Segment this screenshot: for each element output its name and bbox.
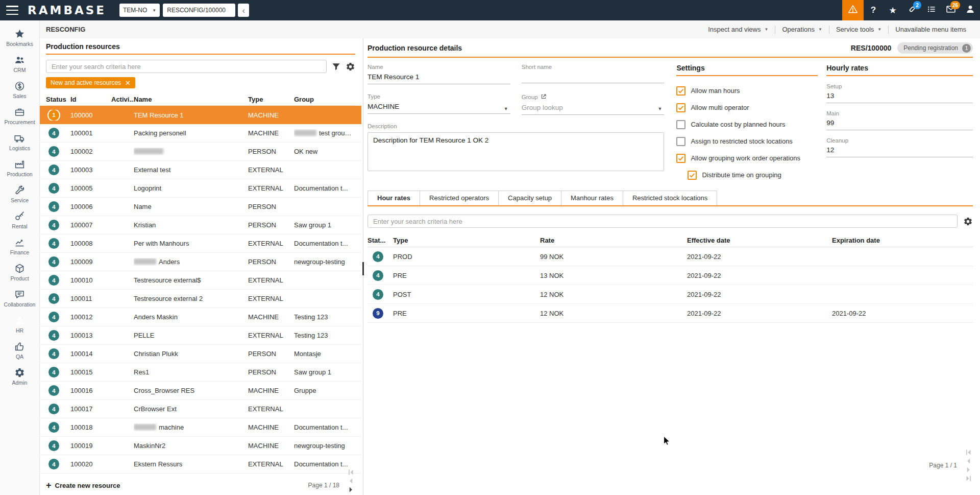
- col-group[interactable]: Group: [294, 96, 355, 103]
- links-button[interactable]: 2: [902, 0, 922, 20]
- sidebar-item-product[interactable]: Product: [0, 259, 39, 285]
- rate-row-4[interactable]: 9PRE12 NOK2021-09-222021-09-22: [368, 304, 973, 323]
- warning-button[interactable]: [842, 0, 864, 20]
- sidebar-item-service[interactable]: Service: [0, 181, 39, 207]
- checkbox-distribute-time-on-grouping[interactable]: Distribute time on grouping: [688, 167, 818, 183]
- sidebar-item-production[interactable]: Production: [0, 155, 39, 181]
- sidebar-item-collaboration[interactable]: Collaboration: [0, 285, 39, 311]
- resource-row-100009[interactable]: 4100009AndersPERSONnewgroup-testing: [40, 253, 361, 271]
- tab-restricted-stock-locations[interactable]: Restricted stock locations: [623, 191, 717, 205]
- resource-row-100014[interactable]: 4100014Christian PlukkPERSONMontasje: [40, 345, 361, 363]
- menu-operations[interactable]: Operations▼: [775, 26, 829, 33]
- help-button[interactable]: ?: [864, 0, 883, 20]
- col-id[interactable]: Id: [70, 96, 111, 103]
- tab-capacity-setup[interactable]: Capacity setup: [498, 191, 561, 205]
- col-status[interactable]: Stat...: [368, 237, 393, 244]
- resource-row-100013[interactable]: 4100013PELLEEXTERNALTesting 123: [40, 326, 361, 345]
- menu-service-tools[interactable]: Service tools▼: [829, 26, 888, 33]
- hamburger-menu-icon[interactable]: [6, 6, 18, 15]
- resource-row-100008[interactable]: 4100008Per with ManhoursEXTERNALDocument…: [40, 234, 361, 253]
- gear-icon[interactable]: [963, 217, 973, 226]
- col-expiration-date[interactable]: Expiration date: [832, 237, 973, 244]
- close-icon[interactable]: ✕: [125, 79, 131, 87]
- resource-row-100007[interactable]: 4100007KristianPERSONSaw group 1: [40, 216, 361, 234]
- resource-row-100018[interactable]: 4100018machineMACHINEDocumentation t...: [40, 418, 361, 437]
- filter-icon[interactable]: [331, 62, 341, 72]
- rate-row-1[interactable]: 4PROD99 NOK2021-09-22: [368, 247, 973, 266]
- description-textarea[interactable]: Description for TEM Resource 1 OK 2: [368, 132, 664, 171]
- checkbox-assign-to-restricted-stock-locations[interactable]: Assign to restricted stock locations: [676, 133, 818, 150]
- col-rate[interactable]: Rate: [540, 237, 687, 244]
- messages-button[interactable]: 26: [941, 0, 961, 20]
- sidebar-item-bookmarks[interactable]: Bookmarks: [0, 25, 39, 51]
- resource-row-100005[interactable]: 4100005LogoprintEXTERNALDocumentation t.…: [40, 179, 361, 198]
- sidebar-item-admin[interactable]: Admin: [0, 363, 39, 389]
- checkbox-allow-grouping-work-order-operations[interactable]: Allow grouping work order operations: [676, 150, 818, 167]
- module-select[interactable]: TEM-NO ▼: [119, 4, 160, 17]
- global-search-input[interactable]: [163, 4, 235, 17]
- back-button[interactable]: ‹: [238, 4, 249, 17]
- page-next-button[interactable]: [347, 485, 355, 494]
- sidebar-item-crm[interactable]: CRM: [0, 51, 39, 77]
- resource-row-100000[interactable]: 1100000TEM Resource 1MACHINE: [40, 106, 361, 124]
- checkbox-allow-multi-operator[interactable]: Allow multi operator: [676, 99, 818, 116]
- cleanup-rate-field[interactable]: Cleanup12: [826, 137, 973, 157]
- create-new-resource-button[interactable]: + Create new resource: [46, 481, 120, 490]
- group-field[interactable]: Group Group lookup ▼: [522, 93, 665, 115]
- name-field[interactable]: Name TEM Resource 1: [368, 64, 510, 84]
- resource-row-100015[interactable]: 4100015Res1PERSONSaw group 1: [40, 363, 361, 382]
- checkbox-allow-man-hours[interactable]: Allow man hours: [676, 82, 818, 99]
- open-lookup-icon[interactable]: [541, 93, 547, 101]
- col-type[interactable]: Type: [393, 237, 540, 244]
- resource-search-input[interactable]: [46, 60, 327, 73]
- resource-row-100002[interactable]: 4100002PERSONOK new: [40, 143, 361, 161]
- sidebar-item-logistics[interactable]: Logistics: [0, 129, 39, 155]
- col-name[interactable]: Name: [134, 96, 248, 103]
- panel-resize-handle[interactable]: [362, 262, 364, 275]
- menu-inspect-and-views[interactable]: Inspect and views▼: [701, 26, 775, 33]
- user-button[interactable]: [961, 0, 980, 20]
- resource-row-100011[interactable]: 4100011Testresource external 2EXTERNAL: [40, 290, 361, 308]
- sidebar-item-hr[interactable]: HR: [0, 311, 39, 337]
- resource-id: 100020: [70, 460, 111, 468]
- resource-row-100017[interactable]: 4100017CrBrowser ExtEXTERNAL: [40, 400, 361, 418]
- sidebar-item-qa[interactable]: QA: [0, 337, 39, 363]
- col-activity[interactable]: Activi...: [111, 96, 134, 103]
- resource-name: MaskinNr2: [134, 442, 248, 450]
- type-field[interactable]: Type MACHINE ▼: [368, 93, 510, 115]
- resource-row-100003[interactable]: 4100003External testEXTERNAL: [40, 161, 361, 179]
- col-type[interactable]: Type: [248, 96, 294, 103]
- status-pill[interactable]: Pending registration 1: [897, 42, 973, 54]
- gear-icon[interactable]: [346, 62, 355, 72]
- sidebar-item-rental[interactable]: Rental: [0, 207, 39, 233]
- favorites-button[interactable]: ★: [883, 0, 902, 20]
- short-name-value: [522, 73, 665, 83]
- setup-rate-field[interactable]: Setup13: [826, 83, 973, 103]
- sidebar-item-procurement[interactable]: Procurement: [0, 103, 39, 129]
- sidebar-item-sales[interactable]: Sales: [0, 77, 39, 103]
- col-effective-date[interactable]: Effective date: [687, 237, 832, 244]
- menu-unavailable-menu-items[interactable]: Unavailable menu items: [889, 26, 973, 33]
- rate-row-2[interactable]: 4PRE13 NOK2021-09-22: [368, 266, 973, 285]
- task-list-button[interactable]: [922, 0, 941, 20]
- rates-search-input[interactable]: [368, 215, 958, 228]
- gear-icon: [14, 367, 25, 378]
- tab-manhour-rates[interactable]: Manhour rates: [561, 191, 623, 205]
- tab-restricted-operators[interactable]: Restricted operators: [420, 191, 499, 205]
- checkbox-calculate-cost-by-planned-hours[interactable]: Calculate cost by planned hours: [676, 116, 818, 133]
- resource-row-100006[interactable]: 4100006NamePERSON: [40, 198, 361, 216]
- resource-group: test group2: [294, 129, 355, 137]
- sidebar-item-finance[interactable]: Finance: [0, 233, 39, 259]
- resource-row-100010[interactable]: 4100010Testresource external$EXTERNAL: [40, 271, 361, 290]
- resource-row-100019[interactable]: 4100019MaskinNr2MACHINEnewgroup-testing: [40, 437, 361, 455]
- col-status[interactable]: Status: [46, 96, 70, 103]
- resource-row-100001[interactable]: 4100001Packing personellMACHINEtest grou…: [40, 124, 361, 143]
- active-filter-chip[interactable]: New and active resources ✕: [46, 77, 135, 88]
- chevron-down-icon: ▼: [152, 8, 156, 13]
- rate-row-3[interactable]: 4POST12 NOK2021-09-22: [368, 285, 973, 304]
- tab-hour-rates[interactable]: Hour rates: [368, 191, 420, 205]
- resource-row-100012[interactable]: 4100012Anders MaskinMACHINETesting 123: [40, 308, 361, 326]
- main-rate-field[interactable]: Main99: [826, 110, 973, 130]
- resource-row-100016[interactable]: 4100016Cross_Browser RESMACHINEGruppe: [40, 382, 361, 400]
- short-name-field[interactable]: Short name: [522, 64, 665, 84]
